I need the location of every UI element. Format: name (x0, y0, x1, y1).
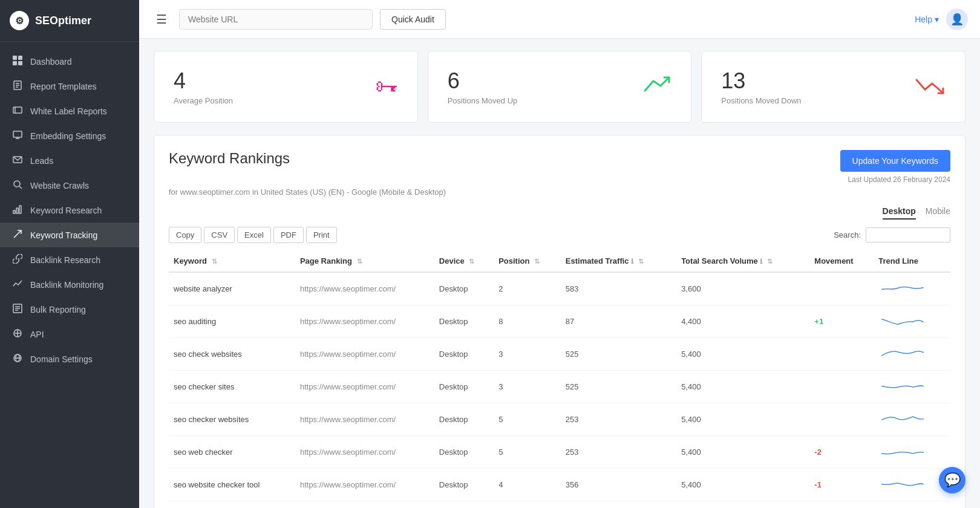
sidebar-item-domain-settings[interactable]: Domain Settings (0, 347, 139, 371)
search-input[interactable] (866, 227, 950, 243)
movement-value: -1 (814, 480, 822, 489)
cell-movement (809, 338, 874, 371)
col-header-estimated-traffic[interactable]: Estimated Traffic ℹ ⇅ (561, 250, 676, 272)
arrow-up-icon (642, 73, 671, 101)
col-header-page-ranking[interactable]: Page Ranking ⇅ (295, 250, 434, 272)
sidebar-item-backlink-monitoring[interactable]: Backlink Monitoring (0, 272, 139, 297)
col-header-keyword[interactable]: Keyword ⇅ (169, 250, 295, 272)
info-icon-traffic: ℹ (631, 258, 633, 265)
print-button[interactable]: Print (306, 227, 337, 243)
sidebar-item-leads[interactable]: Leads (0, 148, 139, 173)
cell-position: 2 (494, 272, 561, 305)
svg-rect-17 (16, 208, 18, 213)
update-keywords-button[interactable]: Update Your Keywords (840, 150, 950, 172)
sort-icon-keyword: ⇅ (212, 258, 217, 265)
sidebar-label-bulk-reporting: Bulk Reporting (30, 305, 86, 314)
col-header-trend: Trend Line (874, 250, 950, 272)
stat-value-up: 6 (448, 68, 518, 94)
cell-trend (874, 305, 950, 338)
svg-rect-18 (19, 206, 21, 213)
csv-button[interactable]: CSV (204, 227, 235, 243)
svg-rect-2 (13, 61, 17, 65)
logo-area[interactable]: ⚙ SEOptimer (0, 0, 139, 42)
cell-url: https://www.seoptimer.com/ (295, 469, 434, 501)
stat-info-down: 13 Positions Moved Down (721, 68, 801, 105)
pdf-button[interactable]: PDF (273, 227, 304, 243)
cell-device: Desktop (434, 436, 494, 469)
sidebar-item-keyword-research[interactable]: Keyword Research (0, 198, 139, 223)
svg-rect-10 (13, 131, 22, 137)
stat-value-avg: 4 (174, 68, 233, 94)
sidebar-item-keyword-tracking[interactable]: Keyword Tracking (0, 223, 139, 247)
stat-value-down: 13 (721, 68, 801, 94)
sidebar-item-bulk-reporting[interactable]: Bulk Reporting (0, 297, 139, 322)
cell-traffic: 525 (561, 371, 676, 403)
tab-mobile[interactable]: Mobile (926, 206, 950, 220)
sidebar-label-backlink-research: Backlink Research (30, 255, 100, 265)
table-header-row: Keyword ⇅ Page Ranking ⇅ Device ⇅ Positi… (169, 250, 950, 272)
cell-traffic: 253 (561, 436, 676, 469)
rankings-header: Keyword Rankings Update Your Keywords La… (169, 150, 950, 184)
backlink-monitoring-icon (12, 279, 23, 290)
sidebar-label-backlink-monitoring: Backlink Monitoring (30, 280, 103, 290)
cell-keyword: seo auditing (169, 305, 295, 338)
cell-url: https://www.seoptimer.com/ (295, 436, 434, 469)
sidebar-label-report-templates: Report Templates (30, 82, 96, 91)
arrow-down-icon (914, 74, 946, 100)
cell-volume: 3,600 (676, 272, 809, 305)
sidebar-item-white-label-reports[interactable]: White Label Reports (0, 99, 139, 123)
rankings-title-area: Keyword Rankings (169, 150, 290, 167)
app-name: SEOptimer (35, 15, 91, 27)
sidebar-item-api[interactable]: API (0, 322, 139, 347)
report-templates-icon (12, 80, 23, 92)
excel-button[interactable]: Excel (237, 227, 271, 243)
cell-trend (874, 403, 950, 436)
table-row: website analyzer https://www.seoptimer.c… (169, 272, 950, 305)
cell-volume: 5,400 (676, 338, 809, 371)
col-header-device[interactable]: Device ⇅ (434, 250, 494, 272)
cell-keyword: seo web checker (169, 436, 295, 469)
table-row: seo web checker https://www.seoptimer.co… (169, 436, 950, 469)
svg-line-15 (19, 186, 22, 189)
cell-device: Desktop (434, 371, 494, 403)
header: ☰ Quick Audit Help ▾ 👤 (139, 0, 980, 39)
tab-desktop[interactable]: Desktop (883, 206, 916, 220)
cell-position: 3 (494, 338, 561, 371)
user-avatar[interactable]: 👤 (946, 8, 968, 30)
chat-button[interactable]: 💬 (939, 467, 965, 493)
hamburger-button[interactable]: ☰ (151, 10, 172, 29)
col-header-search-volume[interactable]: Total Search Volume ℹ ⇅ (676, 250, 809, 272)
sidebar-item-website-crawls[interactable]: Website Crawls (0, 173, 139, 198)
help-button[interactable]: Help ▾ (915, 15, 939, 24)
sidebar-label-domain-settings: Domain Settings (30, 354, 93, 364)
help-dropdown-icon: ▾ (935, 15, 939, 24)
svg-rect-0 (13, 56, 17, 60)
sidebar-item-embedding-settings[interactable]: Embedding Settings (0, 123, 139, 148)
api-icon (12, 328, 23, 340)
keyword-research-icon (12, 204, 23, 216)
stat-card-positions-up: 6 Positions Moved Up (428, 51, 692, 123)
sidebar-label-website-crawls: Website Crawls (30, 181, 89, 190)
sort-icon-device: ⇅ (469, 258, 474, 265)
cell-keyword: seo checker sites (169, 371, 295, 403)
movement-value: +1 (814, 317, 823, 326)
last-updated-text: Last Updated 26 February 2024 (840, 175, 950, 184)
cell-url: https://www.seoptimer.com/ (295, 338, 434, 371)
keyword-tracking-icon (12, 229, 23, 241)
sidebar-item-report-templates[interactable]: Report Templates (0, 74, 139, 99)
url-input[interactable] (179, 9, 373, 30)
copy-button[interactable]: Copy (169, 227, 201, 243)
quick-audit-button[interactable]: Quick Audit (380, 9, 446, 30)
table-row: seo checker sites https://www.seoptimer.… (169, 371, 950, 403)
sidebar-item-backlink-research[interactable]: Backlink Research (0, 247, 139, 272)
col-header-position[interactable]: Position ⇅ (494, 250, 561, 272)
cell-device: Desktop (434, 338, 494, 371)
export-buttons: Copy CSV Excel PDF Print (169, 227, 337, 243)
cell-movement: -2 (809, 436, 874, 469)
cell-traffic: 87 (561, 305, 676, 338)
logo-icon: ⚙ (10, 11, 29, 30)
stat-card-avg-position: 4 Average Position 🗝 (154, 51, 418, 123)
sidebar-item-dashboard[interactable]: Dashboard (0, 49, 139, 74)
stats-row: 4 Average Position 🗝 6 Positions Moved U… (154, 51, 965, 123)
backlink-research-icon (12, 254, 23, 265)
